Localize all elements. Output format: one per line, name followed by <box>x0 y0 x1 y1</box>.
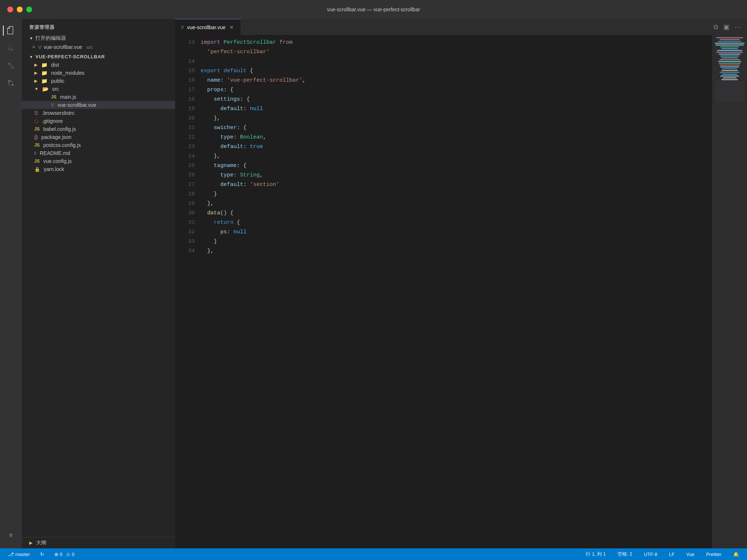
js-icon-vue-config: JS <box>34 159 40 164</box>
code-line-25: tagname: { <box>201 161 705 171</box>
kw-export: export <box>201 67 224 75</box>
outline-section[interactable]: ▶ 大纲 <box>22 537 175 548</box>
project-section[interactable]: ▼ VUE-PERFECT-SCROLLBAR <box>22 52 175 61</box>
open-editor-path: src <box>87 44 93 50</box>
file-vue-scrollbar-label: vue-scrollbar.vue <box>58 102 96 108</box>
prop-name: name <box>207 76 220 85</box>
more-actions-icon[interactable]: ⋯ <box>735 23 741 31</box>
code-line-21: swicher: { <box>201 123 705 133</box>
keyword-import: import <box>201 38 224 47</box>
tab-label: vue-scrollbar.vue <box>187 24 226 30</box>
branch-status[interactable]: ⎇ master <box>6 551 32 558</box>
chevron-right-icon-nm: ▶ <box>34 70 38 75</box>
sidebar-header: 资源管理器 <box>22 19 175 34</box>
folder-node-modules[interactable]: ▶ 📁 node_modules <box>22 69 175 77</box>
file-browserslistrc[interactable]: ☰ .browserslistrc <box>22 109 175 117</box>
status-right: 行 1, 列 1 空格: 2 UTF-8 LF Vue Prettier 🔔 <box>584 550 741 558</box>
position-text: 行 1, 列 1 <box>586 551 606 557</box>
sync-status[interactable]: ↻ <box>38 551 46 558</box>
folder-nm-icon: 📁 <box>41 70 47 76</box>
code-line-15: export default { <box>201 66 705 76</box>
split-editor-icon[interactable]: ⧉ <box>713 23 718 31</box>
language-status[interactable]: Vue <box>684 551 697 558</box>
tab-vue-scrollbar[interactable]: V vue-scrollbar.vue ✕ <box>175 19 241 35</box>
error-count: 0 <box>60 552 62 557</box>
editor-content: 13 14 15 16 17 18 19 20 21 22 23 24 25 2… <box>175 35 747 548</box>
val-string: String <box>240 171 260 180</box>
settings-activity-icon[interactable] <box>3 528 19 544</box>
encoding-status[interactable]: UTF-8 <box>642 551 659 558</box>
file-package-json[interactable]: {} package.json <box>22 133 175 141</box>
code-line-32: ps: null <box>201 228 705 237</box>
git-icon: ⬡ <box>34 118 38 124</box>
chevron-right-icon-outline: ▶ <box>29 540 32 545</box>
minimize-button[interactable] <box>17 7 23 12</box>
file-vue-scrollbar[interactable]: V vue-scrollbar.vue <box>22 101 175 109</box>
string-scrollbar: 'perfect-scrollbar' <box>207 48 270 57</box>
code-line-27: default: 'section' <box>201 180 705 190</box>
folder-public[interactable]: ▶ 📁 public <box>22 77 175 85</box>
prop-tagname: tagname <box>214 162 237 170</box>
file-postcss-config[interactable]: JS postcss.config.js <box>22 141 175 149</box>
warning-count: 0 <box>72 552 74 557</box>
file-babel-label: babel.config.js <box>43 126 76 132</box>
code-line-28: } <box>201 190 705 199</box>
prop-props: props <box>207 86 224 94</box>
close-icon[interactable]: ✕ <box>32 45 35 50</box>
code-line-29: }, <box>201 199 705 209</box>
minimap <box>712 35 747 548</box>
project-chevron: ▼ <box>29 55 33 59</box>
project-name: VUE-PERFECT-SCROLLBAR <box>35 54 105 59</box>
code-line-26: type: String, <box>201 171 705 180</box>
folder-pub-icon: 📁 <box>41 78 47 84</box>
chevron-right-icon: ▶ <box>34 62 38 67</box>
status-bar: ⎇ master ↻ ⊗ 0 ⚠ 0 行 1, 列 1 空格: 2 UTF-8 … <box>0 548 747 560</box>
explorer-activity-icon[interactable] <box>3 23 19 39</box>
line-ending-status[interactable]: LF <box>667 551 677 558</box>
indent <box>201 48 207 57</box>
code-lines[interactable]: import PerfectScrollbar from 'perfect-sc… <box>201 38 712 548</box>
close-button[interactable] <box>7 7 13 12</box>
folder-pub-label: public <box>51 78 65 84</box>
file-yarn-lock[interactable]: 🔒 yarn.lock <box>22 165 175 173</box>
val-true: true <box>250 143 263 151</box>
search-activity-icon[interactable] <box>3 40 19 56</box>
open-editors-section[interactable]: ▼ 打开的编辑器 <box>22 34 175 43</box>
spaces-status[interactable]: 空格: 2 <box>615 550 634 558</box>
formatter-status[interactable]: Prettier <box>704 551 724 558</box>
kw-return: return <box>214 218 233 227</box>
file-gitignore[interactable]: ⬡ .gitignore <box>22 117 175 125</box>
extensions-activity-icon[interactable] <box>3 75 19 91</box>
tab-vue-icon: V <box>181 24 184 30</box>
js-icon-babel: JS <box>34 127 40 132</box>
prop-type-tag: type <box>220 171 233 180</box>
sidebar: 资源管理器 ▼ 打开的编辑器 ✕ V vue-scrollbar.vue src… <box>22 19 175 548</box>
code-line-17: props: { <box>201 85 705 95</box>
maximize-button[interactable] <box>26 7 32 12</box>
errors-status[interactable]: ⊗ 0 ⚠ 0 <box>52 551 77 558</box>
file-main-js[interactable]: JS main.js <box>22 93 175 101</box>
position-status[interactable]: 行 1, 列 1 <box>584 550 608 558</box>
prop-ps: ps <box>220 228 227 237</box>
tab-close-button[interactable]: ✕ <box>229 24 235 31</box>
file-tree: ▶ 📁 dist ▶ 📁 node_modules ▶ 📁 public <box>22 61 175 537</box>
md-icon: ℹ <box>34 151 36 156</box>
file-readme[interactable]: ℹ README.md <box>22 149 175 157</box>
encoding-text: UTF-8 <box>644 552 657 557</box>
file-vue-config[interactable]: JS vue.config.js <box>22 157 175 165</box>
keyword-from: from <box>276 38 293 47</box>
chevron-right-icon-pub: ▶ <box>34 78 38 83</box>
notification-bell[interactable]: 🔔 <box>731 551 741 558</box>
layout-icon[interactable]: ▣ <box>723 23 729 31</box>
activity-bar <box>0 19 22 548</box>
main-layout: 资源管理器 ▼ 打开的编辑器 ✕ V vue-scrollbar.vue src… <box>0 19 747 548</box>
open-editor-file[interactable]: ✕ V vue-scrollbar.vue src <box>22 43 175 51</box>
file-babel-config[interactable]: JS babel.config.js <box>22 125 175 133</box>
code-line-16: name: 'vue-perfect-scrollbar', <box>201 76 705 85</box>
folder-dist[interactable]: ▶ 📁 dist <box>22 61 175 69</box>
file-readme-label: README.md <box>40 150 70 156</box>
code-editor[interactable]: 13 14 15 16 17 18 19 20 21 22 23 24 25 2… <box>175 35 712 548</box>
val-section: 'section' <box>250 180 279 189</box>
folder-src[interactable]: ▼ 📂 src <box>22 85 175 93</box>
source-control-activity-icon[interactable] <box>3 58 19 74</box>
